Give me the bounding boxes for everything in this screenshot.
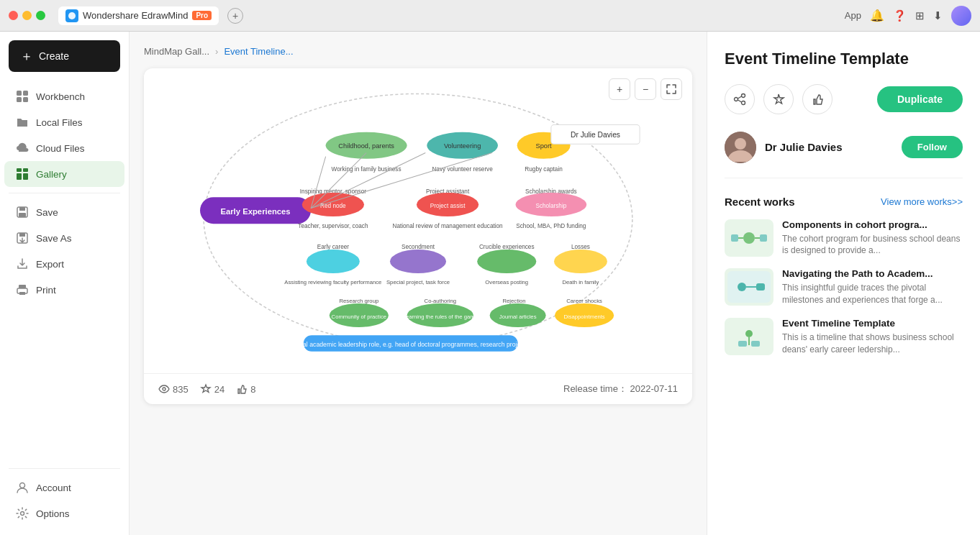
svg-point-49: [307, 250, 360, 273]
save-as-icon: [16, 232, 29, 244]
work-item-1[interactable]: Components in cohort progra... The cohor…: [725, 219, 963, 257]
minimize-button[interactable]: [22, 11, 32, 20]
svg-point-52: [554, 250, 607, 273]
svg-point-77: [742, 101, 745, 104]
favorites-stat: 24: [200, 383, 224, 395]
work-item-2[interactable]: Navigating the Path to Academ... This in…: [725, 268, 963, 306]
new-tab-button[interactable]: +: [227, 8, 243, 24]
breadcrumb-current: Event Timeline...: [224, 46, 293, 57]
bell-icon[interactable]: 🔔: [870, 9, 884, 22]
work-thumb-2: [725, 268, 773, 306]
sidebar-item-workbench[interactable]: Workbench: [4, 83, 124, 109]
workbench-icon: [16, 90, 29, 103]
like-button[interactable]: [802, 84, 832, 114]
follow-button[interactable]: Follow: [902, 136, 963, 158]
release-date: 2022-07-11: [630, 383, 679, 394]
svg-point-18: [21, 512, 24, 516]
release-label: Release time：: [563, 383, 627, 394]
svg-point-80: [735, 138, 746, 150]
help-icon[interactable]: ❓: [893, 9, 907, 22]
svg-text:School, MBA, PhD funding: School, MBA, PhD funding: [516, 223, 586, 229]
zoom-out-button[interactable]: −: [635, 78, 656, 100]
like-stat-icon: [236, 383, 248, 395]
local-files-label: Local Files: [36, 117, 83, 128]
app-button[interactable]: App: [845, 10, 861, 21]
preview-footer: 835 24 8 Release: [144, 373, 692, 404]
zoom-in-button[interactable]: +: [609, 78, 630, 100]
svg-point-88: [738, 283, 746, 291]
traffic-lights: [9, 11, 45, 20]
svg-point-82: [743, 232, 755, 244]
breadcrumb-separator: ›: [215, 46, 218, 57]
sidebar-item-save[interactable]: Save: [4, 199, 124, 225]
sidebar-bottom: Account Options: [0, 462, 129, 526]
svg-text:Childhood, parents: Childhood, parents: [338, 142, 394, 150]
author-name: Dr Julie Davies: [765, 141, 893, 153]
work-thumb-3: [725, 318, 773, 355]
breadcrumb-parent[interactable]: MindMap Gall...: [144, 46, 209, 57]
svg-point-92: [745, 330, 753, 337]
download-icon[interactable]: ⬇: [933, 9, 943, 22]
svg-text:Formal academic leadership rol: Formal academic leadership role, e.g. he…: [289, 341, 533, 348]
print-label: Print: [36, 285, 56, 296]
options-label: Options: [36, 508, 70, 519]
sidebar-item-account[interactable]: Account: [4, 475, 124, 500]
likes-stat: 8: [236, 383, 255, 395]
work-desc-1: The cohort program for business school d…: [782, 233, 963, 257]
svg-rect-10: [19, 207, 25, 211]
duplicate-button[interactable]: Duplicate: [877, 86, 963, 112]
svg-rect-3: [17, 97, 22, 102]
svg-text:Co-authoring: Co-authoring: [425, 298, 456, 304]
print-icon: [16, 283, 29, 296]
main-layout: ＋ Create Workbench Local Files Cloud Fil…: [0, 32, 980, 535]
sidebar-item-options[interactable]: Options: [4, 500, 124, 526]
star-button[interactable]: [763, 84, 794, 114]
svg-point-51: [477, 250, 536, 273]
sidebar-item-print[interactable]: Print: [4, 277, 124, 303]
grid-icon[interactable]: ⊞: [915, 9, 925, 22]
sidebar: ＋ Create Workbench Local Files Cloud Fil…: [0, 32, 130, 535]
close-button[interactable]: [9, 11, 18, 20]
create-button[interactable]: ＋ Create: [9, 40, 120, 72]
views-count: 835: [173, 384, 189, 395]
svg-text:Losses: Losses: [571, 244, 590, 250]
sidebar-item-save-as[interactable]: Save As: [4, 225, 124, 251]
sidebar-item-export[interactable]: Export: [4, 251, 124, 277]
sidebar-item-local-files[interactable]: Local Files: [4, 109, 124, 135]
app-name: Wondershare EdrawMind: [83, 10, 188, 21]
mindmap-svg: Early Experiences Childhood, parents Vol…: [158, 83, 678, 356]
work-info-2: Navigating the Path to Academ... This in…: [782, 268, 963, 306]
gallery-icon: [16, 168, 29, 180]
work-item-3[interactable]: Event Timeline Template This is a timeli…: [725, 318, 963, 356]
titlebar-right: App 🔔 ❓ ⊞ ⬇: [845, 6, 971, 26]
svg-rect-1: [17, 91, 22, 96]
svg-rect-11: [19, 213, 26, 217]
mindmap-container: Early Experiences Childhood, parents Vol…: [144, 68, 692, 373]
svg-point-17: [20, 483, 25, 488]
svg-text:Navy volunteer reserve: Navy volunteer reserve: [432, 166, 493, 173]
maximize-button[interactable]: [36, 11, 45, 20]
svg-text:Career shocks: Career shocks: [566, 298, 602, 304]
sidebar-item-gallery[interactable]: Gallery: [4, 161, 124, 187]
svg-text:Special project, task force: Special project, task force: [386, 279, 450, 285]
author-avatar: [725, 132, 756, 163]
work-desc-2: This insightful guide traces the pivotal…: [782, 282, 963, 306]
svg-line-73: [311, 153, 425, 209]
svg-text:Learning the rules of the game: Learning the rules of the game: [403, 314, 478, 320]
svg-text:Project assist: Project assist: [430, 203, 466, 209]
user-avatar[interactable]: [951, 6, 971, 26]
template-title: Event Timeline Template: [725, 49, 963, 70]
author-section: Dr Julie Davies Follow: [725, 132, 963, 178]
sidebar-item-cloud-files[interactable]: Cloud Files: [4, 135, 124, 161]
svg-rect-6: [23, 168, 28, 172]
svg-text:Early Experiences: Early Experiences: [220, 207, 290, 216]
view-more-link[interactable]: View more works>>: [881, 196, 963, 207]
app-tab[interactable]: Wondershare EdrawMind Pro: [58, 6, 219, 25]
fullscreen-button[interactable]: [661, 78, 682, 100]
svg-text:Early career: Early career: [317, 244, 349, 250]
star-stat-icon: [200, 383, 212, 395]
share-button[interactable]: [725, 84, 755, 114]
breadcrumb: MindMap Gall... › Event Timeline...: [144, 46, 692, 57]
svg-text:Journal articles: Journal articles: [499, 314, 537, 320]
gallery-label: Gallery: [36, 169, 67, 180]
